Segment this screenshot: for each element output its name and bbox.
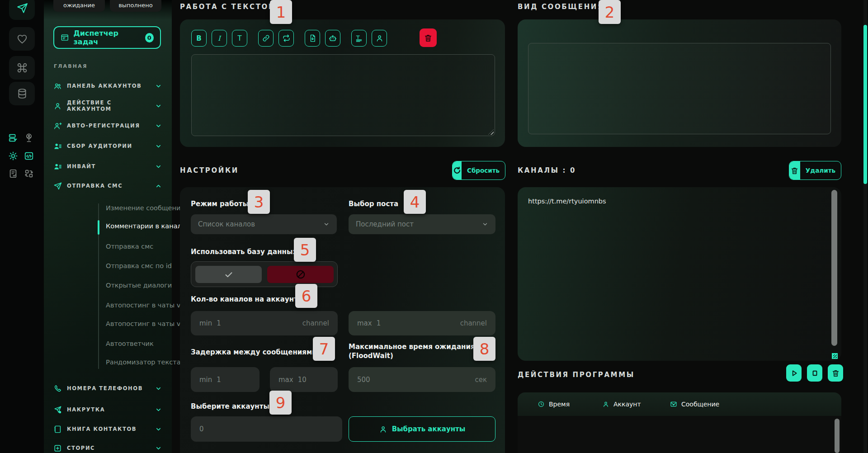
person-button[interactable] [372, 30, 387, 47]
chevron-down-icon [155, 426, 162, 433]
log-col-account: Аккаунт [602, 401, 670, 408]
start-button[interactable] [786, 364, 802, 382]
submenu-channel-comments[interactable]: Комментарии в канале [106, 222, 186, 230]
delay-min-input[interactable]: min1 [191, 367, 259, 392]
textarea-resize-handle[interactable] [488, 129, 494, 135]
check-icon [224, 269, 234, 279]
chevron-down-icon [323, 221, 330, 227]
submenu-autoposting-v1[interactable]: Автопостинг в чаты v1 [106, 302, 185, 309]
user-plus-icon [53, 122, 62, 130]
database-icon[interactable] [9, 82, 35, 105]
accounts-count-input[interactable]: 0 [191, 416, 342, 442]
text-button[interactable]: T [232, 30, 247, 47]
use-db-toggle [191, 261, 338, 287]
trash-icon [424, 33, 433, 42]
delay-max-input[interactable]: max10 [270, 367, 338, 392]
channels-max-input[interactable]: max1 channel [349, 311, 495, 335]
sidebar-item-stories[interactable]: СТОРИС [53, 442, 162, 453]
submenu-autoresponder[interactable]: Автоответчик [106, 340, 154, 347]
sidebar-item-account-action[interactable]: ДЕЙСТВИЕ С АККАУНТОМ [53, 100, 162, 112]
channels-scrollbar[interactable] [831, 190, 837, 346]
chevron-down-icon [482, 221, 488, 227]
swap-icon[interactable] [24, 168, 34, 179]
repeat-button[interactable] [278, 30, 294, 47]
clear-log-button[interactable] [828, 364, 843, 382]
chevron-down-icon [155, 163, 162, 170]
active-submenu-bar [98, 220, 99, 235]
sidebar-item-phone-numbers[interactable]: НОМЕРА ТЕЛЕФОНОВ [53, 382, 162, 394]
submenu-send-sms-by-id[interactable]: Отправка смс по id [106, 262, 172, 269]
delete-channels-button[interactable]: Удалить [789, 161, 841, 180]
submenu-open-dialogs[interactable]: Открытые диалоги [106, 282, 172, 289]
gear-icon[interactable] [8, 151, 19, 161]
settings-title: НАСТРОЙКИ [180, 166, 239, 175]
submenu-send-sms[interactable]: Отправка смс [106, 243, 153, 250]
submenu-edit-messages[interactable]: Изменение сообщений [106, 204, 185, 212]
send-badge-icon [53, 406, 62, 414]
submenu-text-randomizer[interactable]: Рандомизатор текста [106, 359, 181, 366]
reset-icon [453, 161, 462, 179]
chevron-down-icon [155, 143, 162, 150]
heart-icon[interactable] [9, 27, 35, 51]
sidebar-item-boosting[interactable]: НАКРУТКА [53, 404, 162, 415]
sidebar: ожидание выполнено Диспетчер задач 0 ГЛА… [44, 0, 172, 453]
db-on-button[interactable] [195, 266, 262, 283]
task-manager-badge: 0 [145, 33, 154, 42]
robot-button[interactable] [325, 30, 340, 47]
sidebar-item-accounts-panel[interactable]: ПАНЕЛЬ АККАУНТОВ [53, 80, 162, 92]
annotation-badge-8: 8 [473, 337, 495, 361]
server-check-icon[interactable] [8, 132, 19, 143]
text-format-button[interactable] [351, 30, 367, 47]
italic-button[interactable]: I [212, 30, 227, 47]
log-col-message: Сообщение [670, 401, 719, 408]
app-send-icon[interactable] [9, 0, 35, 20]
stop-button[interactable] [807, 364, 822, 382]
page-scrollbar-thumb[interactable] [863, 25, 867, 184]
message-textarea[interactable] [191, 54, 495, 136]
select-accounts-button[interactable]: Выбрать аккаунты [349, 416, 495, 442]
block-icon [295, 269, 306, 280]
command-icon[interactable] [9, 56, 35, 80]
person-camera-icon[interactable] [24, 132, 34, 143]
mode-select[interactable]: Список каналов [191, 214, 337, 234]
channels-resize-handle[interactable] [832, 353, 838, 359]
post-select[interactable]: Последний пост [349, 214, 495, 234]
channels-panel [518, 187, 841, 361]
chevron-up-icon [155, 183, 162, 189]
log-scrollbar[interactable] [835, 419, 840, 453]
actions-log-table: Время Аккаунт Сообщение [518, 392, 841, 453]
floodwait-input[interactable]: 500 сек [349, 367, 495, 392]
submenu-autoposting-v2[interactable]: Автопостинг в чаты v2 [106, 320, 185, 327]
reset-button[interactable]: Сбросить [452, 161, 505, 180]
code-window-icon[interactable] [24, 151, 34, 161]
sidebar-item-invite[interactable]: ИНВАЙТ [53, 160, 162, 172]
post-label: Выбор поста [349, 199, 398, 208]
file-download-button[interactable] [305, 30, 320, 47]
sidebar-item-auto-registration[interactable]: АВТО-РЕГИСТРАЦИЯ [53, 120, 162, 132]
link-button[interactable] [258, 30, 274, 47]
status-done-button[interactable]: выполнено [110, 0, 161, 12]
channels-min-input[interactable]: min1 channel [191, 311, 338, 335]
document-check-icon[interactable] [8, 168, 19, 179]
sidebar-item-contact-book[interactable]: КНИГА КОНТАКТОВ [53, 423, 162, 435]
phone-icon [53, 384, 62, 393]
text-format-icon [355, 34, 363, 42]
log-col-time: Время [538, 401, 602, 408]
delete-text-button[interactable] [420, 28, 437, 47]
message-view-panel [518, 19, 841, 147]
mode-label: Режим работы [191, 199, 249, 208]
user-list-icon [53, 162, 62, 171]
trash-icon [831, 369, 840, 378]
db-off-button[interactable] [267, 266, 334, 283]
task-manager-button[interactable]: Диспетчер задач 0 [53, 26, 161, 49]
program-actions-title: ДЕЙСТВИЯ ПРОГРАММЫ [518, 371, 635, 379]
text-toolbar: B I T [191, 30, 392, 47]
bold-button[interactable]: B [191, 30, 207, 47]
sidebar-item-send-sms[interactable]: ОТПРАВКА СМС [53, 180, 162, 192]
annotation-badge-6: 6 [295, 284, 317, 308]
sidebar-item-audience-collect[interactable]: СБОР АУДИТОРИИ [53, 140, 162, 152]
channels-title: КАНАЛЫ : 0 [518, 166, 576, 175]
channel-list-item[interactable]: https://t.me/rtyuiomnbs [528, 198, 606, 205]
user-icon [602, 401, 609, 408]
status-waiting-button[interactable]: ожидание [53, 0, 105, 12]
